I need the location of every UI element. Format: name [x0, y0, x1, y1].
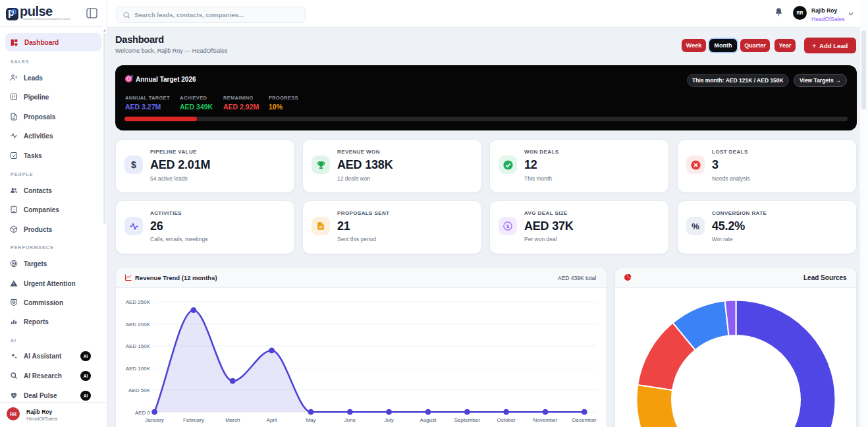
svg-text:February: February: [183, 417, 204, 423]
svg-text:AED 250K: AED 250K: [126, 299, 151, 305]
svg-text:August: August: [420, 417, 437, 423]
svg-text:AED 150K: AED 150K: [126, 343, 151, 349]
svg-text:November: November: [533, 417, 558, 423]
svg-text:October: October: [497, 417, 516, 423]
svg-text:April: April: [267, 417, 277, 423]
svg-text:December: December: [572, 417, 597, 423]
svg-text:$: $: [506, 223, 510, 229]
svg-text:May: May: [306, 417, 315, 423]
svg-text:June: June: [344, 417, 356, 423]
svg-text:AED 200K: AED 200K: [126, 322, 151, 327]
svg-text:AED 100K: AED 100K: [126, 366, 151, 372]
svg-text:March: March: [225, 417, 240, 423]
svg-text:July: July: [384, 417, 393, 423]
svg-text:September: September: [454, 417, 480, 423]
svg-text:AED 0: AED 0: [135, 410, 151, 416]
svg-text:AED 50K: AED 50K: [128, 387, 151, 393]
svg-text:January: January: [145, 417, 163, 423]
